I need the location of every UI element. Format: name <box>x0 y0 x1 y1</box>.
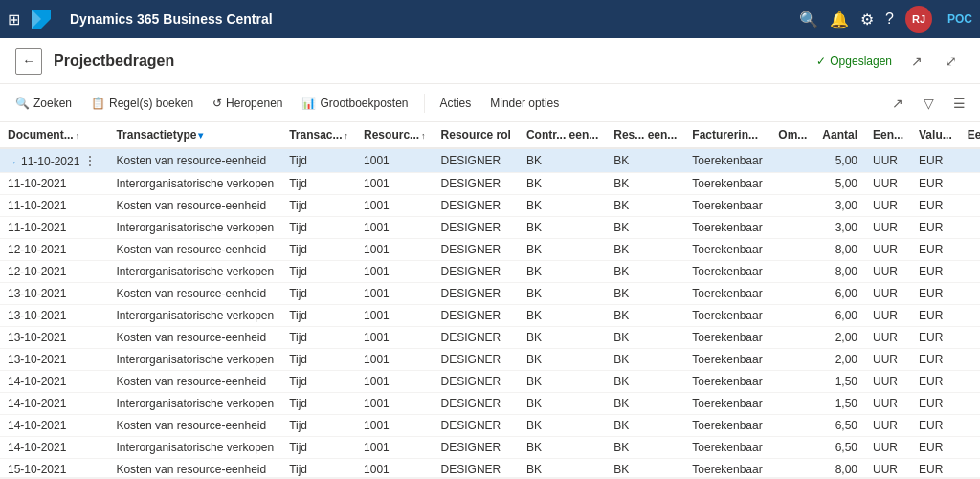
cell-een: UUR <box>865 195 911 217</box>
cell-eenheid: 85,00 <box>960 437 980 459</box>
document-link[interactable]: 11-10-2021 <box>21 155 79 168</box>
cell-transactietype: Kosten van resource-eenheid <box>108 148 281 173</box>
cell-res: BK <box>606 349 684 371</box>
cell-transactietype: Interorganisatorische verkopen <box>108 349 281 371</box>
settings-icon[interactable]: ⚙ <box>860 11 874 29</box>
acties-button[interactable]: Acties <box>433 90 479 117</box>
cell-transac_date: Tijd <box>281 349 356 371</box>
cell-eenheid: 85,00 <box>960 173 980 195</box>
user-avatar[interactable]: RJ <box>905 6 932 33</box>
share-toolbar-icon[interactable]: ↗ <box>884 90 911 117</box>
cell-resource: 1001 <box>356 459 434 478</box>
search-icon[interactable]: 🔍 <box>799 11 818 29</box>
cell-facturering: Toerekenbaar <box>684 195 770 217</box>
cell-document: 14-10-2021 <box>0 437 108 459</box>
col-header-aantal[interactable]: Aantal <box>814 122 865 148</box>
table-row[interactable]: 14-10-2021Kosten van resource-eenheidTij… <box>0 415 980 437</box>
table-row[interactable]: 14-10-2021Interorganisatorische verkopen… <box>0 437 980 459</box>
notification-icon[interactable]: 🔔 <box>830 11 849 29</box>
cell-een: UUR <box>865 349 911 371</box>
cell-contr: BK <box>519 349 606 371</box>
cell-transac_date: Tijd <box>281 327 356 349</box>
document-link[interactable]: 14-10-2021 <box>8 419 66 432</box>
toolbar-separator <box>424 94 425 113</box>
cell-resource_rol: DESIGNER <box>434 217 519 239</box>
cell-aantal: 6,00 <box>814 283 865 305</box>
cell-om <box>770 437 814 459</box>
table-row[interactable]: 11-10-2021Kosten van resource-eenheidTij… <box>0 195 980 217</box>
help-icon[interactable]: ? <box>885 11 894 28</box>
share-button[interactable]: ↗ <box>903 48 930 75</box>
cell-transactietype: Interorganisatorische verkopen <box>108 437 281 459</box>
document-link[interactable]: 13-10-2021 <box>8 309 66 322</box>
cell-res: BK <box>606 195 684 217</box>
table-row[interactable]: 13-10-2021Interorganisatorische verkopen… <box>0 305 980 327</box>
table-row[interactable]: 14-10-2021Kosten van resource-eenheidTij… <box>0 371 980 393</box>
document-link[interactable]: 11-10-2021 <box>8 177 66 190</box>
grid-menu-icon[interactable]: ⊞ <box>8 11 20 29</box>
minder-opties-button[interactable]: Minder opties <box>482 90 567 117</box>
table-row[interactable]: 12-10-2021Interorganisatorische verkopen… <box>0 261 980 283</box>
regels-boeken-button[interactable]: 📋 Regel(s) boeken <box>83 90 201 117</box>
cell-contr: BK <box>519 415 606 437</box>
search-button[interactable]: 🔍 Zoeken <box>8 90 79 117</box>
cell-contr: BK <box>519 371 606 393</box>
cell-een: UUR <box>865 437 911 459</box>
table-row[interactable]: 14-10-2021Interorganisatorische verkopen… <box>0 393 980 415</box>
col-header-resource-rol[interactable]: Resource rol <box>434 122 519 148</box>
col-header-eenheid[interactable]: Eenhei... <box>960 122 980 148</box>
table-row[interactable]: 11-10-2021Interorganisatorische verkopen… <box>0 217 980 239</box>
table-row[interactable]: 15-10-2021Kosten van resource-eenheidTij… <box>0 459 980 478</box>
cell-res: BK <box>606 459 684 478</box>
grootboekposten-button[interactable]: 📊 Grootboekposten <box>294 90 415 117</box>
col-header-resource[interactable]: Resourc...↑ <box>356 122 434 148</box>
document-link[interactable]: 14-10-2021 <box>8 397 66 410</box>
table-row[interactable]: 13-10-2021Kosten van resource-eenheidTij… <box>0 283 980 305</box>
cell-eenheid: 85,00 <box>960 261 980 283</box>
col-header-een[interactable]: Een... <box>865 122 911 148</box>
cell-resource: 1001 <box>356 371 434 393</box>
document-link[interactable]: 13-10-2021 <box>8 331 66 344</box>
cell-valu: EUR <box>911 283 960 305</box>
filter-toolbar-icon[interactable]: ▽ <box>915 90 942 117</box>
document-link[interactable]: 15-10-2021 <box>8 463 66 476</box>
col-header-facturering[interactable]: Facturerin... <box>684 122 770 148</box>
document-link[interactable]: 14-10-2021 <box>8 375 66 388</box>
col-header-om[interactable]: Om... <box>770 122 814 148</box>
row-kebab-button[interactable]: ⋮ <box>79 153 100 168</box>
col-header-res[interactable]: Res... een... <box>606 122 684 148</box>
cell-contr: BK <box>519 283 606 305</box>
cell-facturering: Toerekenbaar <box>684 148 770 173</box>
cell-om <box>770 393 814 415</box>
cell-document: 14-10-2021 <box>0 371 108 393</box>
table-row[interactable]: 11-10-2021Interorganisatorische verkopen… <box>0 173 980 195</box>
cell-resource: 1001 <box>356 437 434 459</box>
col-header-transactietype[interactable]: Transactietype▾ <box>108 122 281 148</box>
search-toolbar-icon: 🔍 <box>15 97 30 110</box>
table-row[interactable]: 12-10-2021Kosten van resource-eenheidTij… <box>0 239 980 261</box>
cell-transactietype: Interorganisatorische verkopen <box>108 217 281 239</box>
document-link[interactable]: 14-10-2021 <box>8 441 66 454</box>
col-header-transac-date[interactable]: Transac...↑ <box>281 122 356 148</box>
document-link[interactable]: 13-10-2021 <box>8 353 66 366</box>
cell-eenheid: 85,00 <box>960 393 980 415</box>
document-link[interactable]: 11-10-2021 <box>8 199 66 212</box>
document-link[interactable]: 11-10-2021 <box>8 221 66 234</box>
heropenen-button[interactable]: ↺ Heropenen <box>205 90 290 117</box>
col-header-valu[interactable]: Valu... <box>911 122 960 148</box>
document-link[interactable]: 12-10-2021 <box>8 243 66 256</box>
cell-een: UUR <box>865 305 911 327</box>
table-row[interactable]: 13-10-2021Interorganisatorische verkopen… <box>0 349 980 371</box>
table-row[interactable]: →11-10-2021⋮Kosten van resource-eenheidT… <box>0 148 980 173</box>
document-link[interactable]: 12-10-2021 <box>8 265 66 278</box>
col-header-contr[interactable]: Contr... een... <box>519 122 606 148</box>
cell-om <box>770 459 814 478</box>
columns-toolbar-icon[interactable]: ☰ <box>946 90 972 117</box>
cell-aantal: 3,00 <box>814 195 865 217</box>
expand-button[interactable]: ⤢ <box>938 48 965 75</box>
col-header-document[interactable]: Document...↑ <box>0 122 108 148</box>
cell-transac_date: Tijd <box>281 305 356 327</box>
back-button[interactable]: ← <box>15 48 42 75</box>
table-row[interactable]: 13-10-2021Kosten van resource-eenheidTij… <box>0 327 980 349</box>
document-link[interactable]: 13-10-2021 <box>8 287 66 300</box>
